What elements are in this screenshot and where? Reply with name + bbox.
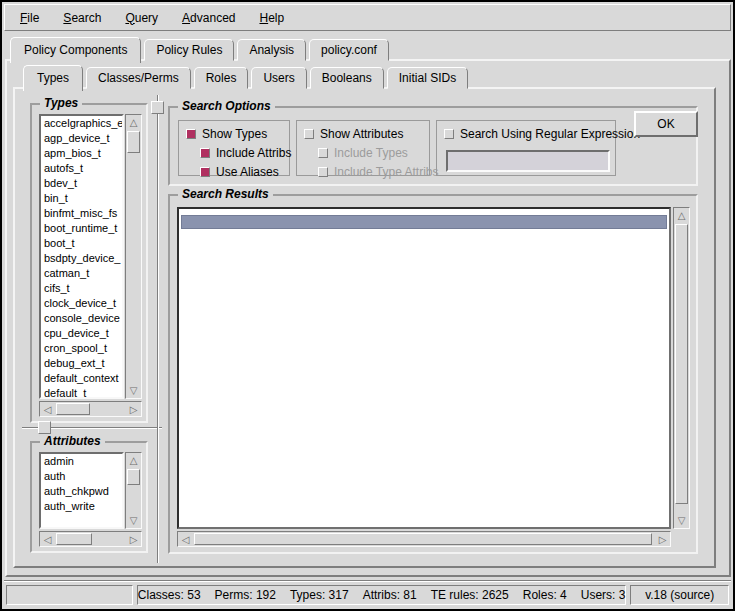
- attributes-frame: Attributes adminauthauth_chkpwdauth_writ…: [30, 441, 148, 553]
- status-stat: Attribs: 81: [363, 588, 417, 602]
- regex-checkbox[interactable]: Search Using Regular Expression: [444, 127, 608, 141]
- scroll-down-icon[interactable]: ▽: [126, 383, 141, 398]
- list-item[interactable]: autofs_t: [41, 161, 122, 176]
- scroll-left-icon[interactable]: ◁: [178, 532, 193, 547]
- list-item[interactable]: console_device: [41, 311, 122, 326]
- selection-bar: [181, 215, 667, 229]
- tab-initial-sids[interactable]: Initial SIDs: [387, 67, 468, 89]
- attributes-horizontal-scrollbar[interactable]: ◁ ▷: [39, 531, 142, 547]
- scrollbar-thumb[interactable]: [56, 403, 90, 415]
- vertical-sash-handle[interactable]: [151, 101, 164, 114]
- list-item[interactable]: auth: [41, 469, 122, 484]
- regex-input[interactable]: [446, 150, 610, 172]
- list-item[interactable]: default_t: [41, 386, 122, 399]
- list-item[interactable]: clock_device_t: [41, 296, 122, 311]
- scroll-left-icon[interactable]: ◁: [40, 532, 55, 547]
- scrollbar-trough[interactable]: [55, 402, 126, 416]
- status-left-box: [6, 585, 133, 605]
- include-attribs-checkbox[interactable]: Include Attribs: [200, 146, 282, 160]
- types-listbox[interactable]: accelgraphics_eagp_device_tapm_bios_taut…: [39, 114, 124, 399]
- list-item[interactable]: agp_device_t: [41, 131, 122, 146]
- scroll-down-icon[interactable]: ▽: [674, 513, 689, 528]
- tab-roles[interactable]: Roles: [194, 67, 249, 89]
- list-item[interactable]: admin: [41, 454, 122, 469]
- scroll-down-icon[interactable]: ▽: [126, 513, 141, 528]
- tab-booleans[interactable]: Booleans: [310, 67, 384, 89]
- checkbox-label: Show Types: [202, 127, 267, 141]
- types-vertical-scrollbar[interactable]: △ ▽: [125, 114, 142, 399]
- scrollbar-trough[interactable]: [193, 532, 655, 546]
- scroll-up-icon[interactable]: △: [126, 115, 141, 130]
- list-item[interactable]: bin_t: [41, 191, 122, 206]
- version-label: v.18 (source): [645, 588, 714, 602]
- list-item[interactable]: cron_spool_t: [41, 341, 122, 356]
- regex-option-group: Search Using Regular Expression: [436, 120, 616, 176]
- tab-policy-components[interactable]: Policy Components: [10, 37, 141, 63]
- scrollbar-trough[interactable]: [126, 468, 141, 513]
- list-item[interactable]: bsdpty_device_: [41, 251, 122, 266]
- ok-button[interactable]: OK: [634, 111, 698, 137]
- tab-policy-conf[interactable]: policy.conf: [309, 39, 389, 61]
- list-item[interactable]: bdev_t: [41, 176, 122, 191]
- checkbox-label: Show Attributes: [320, 127, 403, 141]
- list-item[interactable]: debug_ext_t: [41, 356, 122, 371]
- scrollbar-thumb[interactable]: [127, 131, 140, 153]
- horizontal-sash-handle[interactable]: [38, 421, 51, 434]
- checkbox-icon: [200, 148, 210, 158]
- tab-classes-perms[interactable]: Classes/Perms: [86, 67, 191, 89]
- scroll-right-icon[interactable]: ▷: [655, 532, 670, 547]
- scroll-left-icon[interactable]: ◁: [40, 402, 55, 417]
- list-item[interactable]: auth_chkpwd: [41, 484, 122, 499]
- status-stats: Classes: 53Perms: 192Types: 317Attribs: …: [137, 585, 627, 605]
- scroll-right-icon[interactable]: ▷: [126, 402, 141, 417]
- scrollbar-thumb[interactable]: [56, 533, 92, 545]
- menu-bar: FileSearchQueryAdvancedHelp: [4, 4, 731, 31]
- show-types-checkbox[interactable]: Show Types: [186, 127, 282, 141]
- list-item[interactable]: default_context: [41, 371, 122, 386]
- menu-item[interactable]: File: [13, 9, 46, 27]
- list-item[interactable]: cifs_t: [41, 281, 122, 296]
- list-item[interactable]: boot_t: [41, 236, 122, 251]
- scrollbar-trough[interactable]: [126, 130, 141, 383]
- checkbox-label: Include Type Attribs: [334, 165, 439, 179]
- status-bar: Classes: 53Perms: 192Types: 317Attribs: …: [4, 580, 731, 607]
- list-item[interactable]: accelgraphics_e: [41, 116, 122, 131]
- status-stat: Classes: 53: [138, 588, 201, 602]
- results-horizontal-scrollbar[interactable]: ◁ ▷: [177, 531, 671, 547]
- show-attributes-checkbox[interactable]: Show Attributes: [304, 127, 422, 141]
- types-horizontal-scrollbar[interactable]: ◁ ▷: [39, 401, 142, 417]
- list-item[interactable]: cpu_device_t: [41, 326, 122, 341]
- checkbox-icon: [318, 148, 328, 158]
- show-types-option-group: Show Types Include Attribs Use Aliases: [178, 120, 290, 176]
- scrollbar-thumb[interactable]: [194, 533, 652, 545]
- app-window: FileSearchQueryAdvancedHelp Policy Compo…: [0, 0, 735, 611]
- tab-analysis[interactable]: Analysis: [237, 39, 306, 61]
- list-item[interactable]: apm_bios_t: [41, 146, 122, 161]
- search-results-textarea[interactable]: [177, 207, 671, 529]
- list-item[interactable]: auth_write: [41, 499, 122, 514]
- results-vertical-scrollbar[interactable]: △ ▽: [673, 207, 690, 529]
- scroll-up-icon[interactable]: △: [126, 453, 141, 468]
- list-item[interactable]: catman_t: [41, 266, 122, 281]
- status-stat: Perms: 192: [215, 588, 276, 602]
- tab-policy-rules[interactable]: Policy Rules: [144, 39, 234, 61]
- list-item[interactable]: boot_runtime_t: [41, 221, 122, 236]
- scrollbar-thumb[interactable]: [675, 224, 688, 504]
- scroll-up-icon[interactable]: △: [674, 208, 689, 223]
- scrollbar-trough[interactable]: [55, 532, 126, 546]
- menu-item[interactable]: Help: [252, 9, 291, 27]
- scrollbar-thumb[interactable]: [127, 469, 140, 485]
- scrollbar-trough[interactable]: [674, 223, 689, 513]
- types-tab-panel: Types accelgraphics_eagp_device_tapm_bio…: [13, 87, 716, 568]
- tab-types[interactable]: Types: [23, 65, 83, 91]
- attributes-vertical-scrollbar[interactable]: △ ▽: [125, 452, 142, 529]
- menu-item[interactable]: Query: [118, 9, 165, 27]
- tab-users[interactable]: Users: [251, 67, 306, 89]
- use-aliases-checkbox[interactable]: Use Aliases: [200, 165, 282, 179]
- checkbox-icon: [304, 129, 314, 139]
- menu-item[interactable]: Search: [56, 9, 108, 27]
- menu-item[interactable]: Advanced: [175, 9, 242, 27]
- scroll-right-icon[interactable]: ▷: [126, 532, 141, 547]
- attributes-listbox[interactable]: adminauthauth_chkpwdauth_write: [39, 452, 124, 529]
- list-item[interactable]: binfmt_misc_fs: [41, 206, 122, 221]
